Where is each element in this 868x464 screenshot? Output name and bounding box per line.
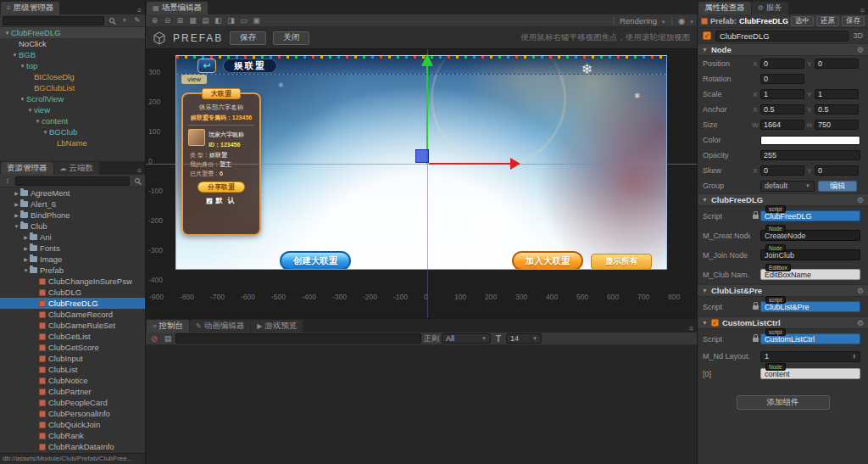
gizmo-x-arrowhead[interactable]	[510, 158, 520, 170]
tab-scene-editor[interactable]: ▦ 场景编辑器	[147, 2, 208, 14]
prop-field[interactable]: 0	[815, 165, 859, 176]
asset-Alert_6[interactable]: ▶Alert_6	[0, 198, 145, 210]
panel-menu-icon[interactable]: ≡	[134, 166, 145, 175]
asset-ClubGetScore[interactable]: ClubGetScore	[0, 342, 145, 353]
prop-field[interactable]: 0	[760, 165, 804, 176]
component-enabled-checkbox[interactable]: ✓	[711, 319, 719, 327]
default-checkbox[interactable]: ✓	[206, 198, 213, 204]
reference-field[interactable]: CustomListCtrlscript	[760, 333, 860, 344]
add-component-button[interactable]: 添加组件	[737, 395, 830, 410]
reference-field[interactable]: ClubList&Prescript	[760, 301, 860, 312]
prop-field[interactable]: 0	[815, 59, 859, 69]
tab-console[interactable]: » 控制台	[147, 320, 189, 333]
scene-tool-icon-9[interactable]: ▣	[250, 16, 263, 25]
share-league-button[interactable]: 分享联盟	[198, 182, 245, 193]
collapse-arrow-icon[interactable]: ▼	[34, 119, 42, 124]
create-league-button[interactable]: 创建大联盟	[280, 251, 351, 270]
hierarchy-node-top[interactable]: ▼top	[0, 60, 145, 71]
prefab-revert-button[interactable]: 还原	[816, 16, 839, 26]
prop-field[interactable]: 0	[760, 74, 804, 84]
asset-Image[interactable]: ▶Image	[0, 254, 145, 265]
tab-service[interactable]: ⚙ 服务	[752, 2, 788, 14]
panel-menu-icon[interactable]: ≡	[134, 6, 145, 14]
asset-BindPhone[interactable]: ▶BindPhone	[0, 210, 145, 221]
asset-ClubGameRuleSet[interactable]: ClubGameRuleSet	[0, 320, 145, 331]
asset-AgreeMent[interactable]: ▶AgreeMent	[0, 187, 145, 198]
tab-inspector[interactable]: 属性检查器	[698, 2, 751, 14]
asset-ClubFreeDLG[interactable]: ClubFreeDLG	[0, 298, 145, 309]
hierarchy-node-view[interactable]: ▼view	[0, 104, 145, 115]
reference-field[interactable]: EditBoxNameEditbox	[760, 269, 860, 280]
asset-ClubList[interactable]: ClubList	[0, 364, 145, 375]
asset-ClubChangeInSurePsw[interactable]: ClubChangeInSurePsw	[0, 276, 145, 287]
regex-toggle[interactable]: 正则	[424, 333, 439, 344]
panel-menu-icon[interactable]: ≡	[686, 324, 697, 333]
hierarchy-search-input[interactable]	[3, 16, 104, 25]
asset-ClubInput[interactable]: ClubInput	[0, 353, 145, 364]
node-active-checkbox[interactable]: ✓	[703, 31, 711, 40]
expand-arrow-icon[interactable]: ▶	[22, 245, 30, 251]
clear-console-icon[interactable]: ⊘	[148, 334, 160, 344]
asset-Ani[interactable]: ▶Ani	[0, 232, 145, 243]
expand-arrow-icon[interactable]: ▶	[22, 256, 30, 262]
collapse-arrow-icon[interactable]: ▼	[702, 320, 708, 326]
show-all-button[interactable]: 显示所有	[591, 254, 652, 270]
scene-tool-icon-7[interactable]: ◨	[225, 16, 237, 25]
search-icon[interactable]	[109, 18, 114, 23]
join-league-button[interactable]: 加入大联盟	[512, 251, 583, 270]
tab-cloud[interactable]: ☁ 云端数	[54, 162, 100, 175]
group-edit-button[interactable]: 编辑	[818, 181, 857, 192]
collapse-arrow-icon[interactable]: ▼	[702, 47, 708, 53]
asset-ClubRankDataInfo[interactable]: ClubRankDataInfo	[0, 441, 145, 452]
group-dropdown[interactable]: default▼	[760, 181, 815, 192]
expand-arrow-icon[interactable]: ▶	[13, 201, 20, 207]
prefab-save-button[interactable]: 保存	[842, 16, 865, 26]
tab-assets[interactable]: 资源管理器	[1, 162, 53, 175]
scene-tool-icon-4[interactable]: ▦	[186, 16, 199, 25]
prop-field[interactable]: 1664	[760, 120, 804, 130]
asset-ClubDLG[interactable]: ClubDLG	[0, 287, 145, 298]
reference-field[interactable]: CreateNodeNode	[760, 230, 860, 241]
asset-Club[interactable]: ▼Club	[0, 221, 145, 232]
asset-ClubPersonalInfo[interactable]: ClubPersonalInfo	[0, 408, 145, 419]
hierarchy-node-LbName[interactable]: LbName	[0, 137, 145, 148]
collapse-arrow-icon[interactable]: ▼	[702, 288, 708, 293]
prop-field[interactable]: 1	[760, 89, 804, 99]
edit-icon[interactable]: ✎	[132, 16, 142, 25]
console-log-area[interactable]	[146, 345, 697, 464]
component-header-CustomListCtrl[interactable]: ▼✓CustomListCtrl⚙	[698, 316, 868, 329]
log-level-dropdown[interactable]: All ▼	[442, 333, 491, 344]
reference-field[interactable]: JoinClubNode	[760, 249, 860, 260]
gizmo-x-axis[interactable]	[429, 163, 510, 165]
collapse-arrow-icon[interactable]: ▼	[19, 64, 26, 69]
reference-field[interactable]: contentNode	[760, 368, 860, 379]
hierarchy-node-content[interactable]: ▼content	[0, 115, 145, 126]
expand-arrow-icon[interactable]: ▼	[22, 268, 30, 273]
node-name-field[interactable]: ClubFreeDLG	[715, 31, 849, 42]
scene-viewport[interactable]: ❄ ❄ ❄ ↩ 娱联盟 view 大联盟 俱乐部六字名称 娱联盟专属码：1234…	[146, 27, 697, 319]
hierarchy-node-ScrollView[interactable]: ▼ScrollView	[0, 93, 145, 104]
prop-field[interactable]: 1	[815, 89, 859, 99]
gizmo-origin-handle[interactable]	[415, 149, 429, 163]
hierarchy-node-BGClubList[interactable]: BGClubList	[0, 82, 145, 93]
expand-arrow-icon[interactable]: ▶	[13, 212, 20, 218]
node-section-header[interactable]: ▼ Node ⚙	[698, 43, 868, 56]
tab-animation-editor[interactable]: ✎ 动画编辑器	[190, 320, 250, 333]
prop-field[interactable]: 0	[760, 59, 804, 69]
asset-ClubQuickJoin[interactable]: ClubQuickJoin	[0, 419, 145, 430]
collapse-arrow-icon[interactable]: ▼	[3, 31, 11, 36]
gear-icon[interactable]: ⚙	[857, 319, 864, 327]
sort-icon[interactable]: ↕	[3, 176, 13, 185]
expand-arrow-icon[interactable]: ▼	[13, 224, 20, 229]
component-header-ClubFreeDLG[interactable]: ▼ClubFreeDLG⚙	[698, 193, 868, 206]
expand-arrow-icon[interactable]: ▶	[22, 234, 30, 240]
rendering-dropdown[interactable]: Rendering	[620, 16, 657, 25]
collapse-arrow-icon[interactable]: ▼	[702, 197, 708, 203]
collapse-arrow-icon[interactable]: ▼	[19, 97, 26, 102]
gear-icon[interactable]: ⚙	[857, 196, 864, 204]
hierarchy-node-BtCloseDlg[interactable]: BtCloseDlg	[0, 71, 145, 82]
stepper-arrows-icon[interactable]: ▲▼	[853, 354, 856, 360]
tab-hierarchy[interactable]: ≡ 层级管理器	[1, 2, 59, 14]
asset-ClubNotice[interactable]: ClubNotice	[0, 375, 145, 386]
asset-Fonts[interactable]: ▶Fonts	[0, 243, 145, 254]
